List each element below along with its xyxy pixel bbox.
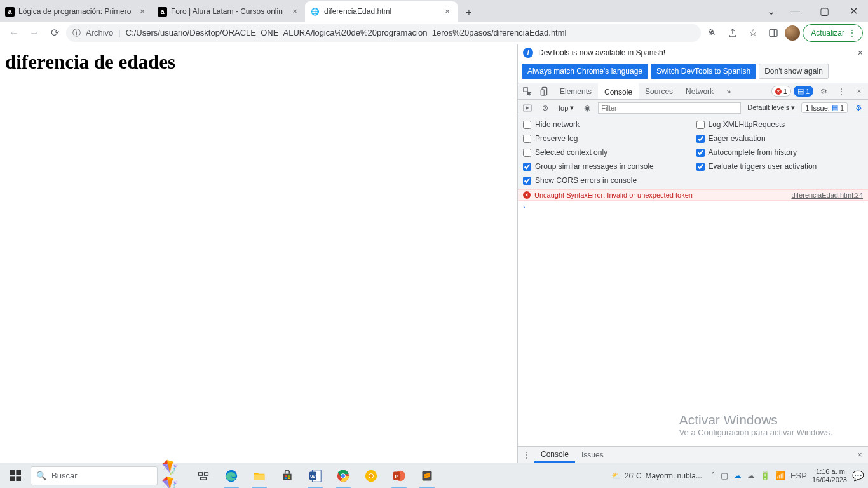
translate-icon[interactable] (703, 24, 721, 42)
more-tabs-icon[interactable]: » (720, 83, 738, 99)
onedrive-icon[interactable]: ☁ (733, 471, 742, 480)
check-hide-network[interactable]: Hide network (523, 120, 690, 129)
chevron-up-icon[interactable]: ˄ (711, 471, 715, 480)
svg-rect-19 (288, 477, 290, 479)
sublime-icon[interactable] (413, 463, 441, 489)
browser-tab-active[interactable]: 🌐 diferenciaEdad.html × (305, 1, 458, 22)
svg-rect-8 (16, 470, 21, 475)
svg-text:W: W (310, 473, 316, 479)
check-show-cors[interactable]: Show CORS errors in console (523, 176, 690, 185)
battery-icon[interactable]: 🔋 (760, 471, 770, 480)
edge-icon[interactable] (217, 463, 245, 489)
match-language-button[interactable]: Always match Chrome's language (522, 64, 648, 79)
forward-button[interactable]: → (25, 24, 43, 42)
dont-show-button[interactable]: Don't show again (759, 64, 829, 79)
close-window-button[interactable]: ✕ (839, 1, 868, 20)
meet-now-icon[interactable]: ▢ (721, 471, 728, 480)
windows-taskbar: 🔍 Buscar 🪁🪁 W P ⛅ 26°C Mayorm. nubla... … (0, 463, 868, 488)
sidebar-toggle-icon[interactable] (520, 101, 534, 115)
tab-network[interactable]: Network (679, 83, 720, 99)
message-count-badge[interactable]: ▤1 (794, 86, 813, 97)
check-eager-eval[interactable]: Eager evaluation (696, 134, 864, 143)
maximize-button[interactable]: ▢ (810, 1, 839, 20)
reload-button[interactable]: ⟳ (46, 24, 64, 42)
share-icon[interactable] (724, 24, 742, 42)
error-count-badge[interactable]: ×1 (771, 86, 791, 97)
word-icon[interactable]: W (301, 463, 329, 489)
eye-icon[interactable]: ◉ (580, 101, 594, 115)
inspect-icon[interactable] (518, 83, 536, 99)
close-icon[interactable]: × (290, 6, 300, 17)
check-selected-ctx[interactable]: Selected context only (523, 148, 690, 157)
chrome-canary-icon[interactable] (357, 463, 385, 489)
wifi-icon[interactable]: 📶 (775, 471, 785, 480)
minimize-button[interactable]: ― (780, 1, 810, 20)
bookmark-icon[interactable]: ☆ (744, 24, 762, 42)
chrome-icon[interactable] (329, 463, 357, 489)
error-text: Uncaught SyntaxError: Invalid or unexpec… (534, 191, 693, 199)
update-button[interactable]: Actualizar⋮ (803, 24, 863, 42)
tab-label: diferenciaEdad.html (324, 7, 438, 16)
back-button[interactable]: ← (5, 24, 23, 42)
drawer-tab-issues[interactable]: Issues (575, 451, 610, 459)
console-toolbar: ⊘ top▾ ◉ Default levels ▾ 1 Issue: ▤1 ⚙ (518, 100, 868, 116)
svg-rect-2 (523, 88, 527, 92)
device-icon[interactable] (536, 83, 553, 99)
chevron-down-icon[interactable]: ⌄ (761, 1, 780, 20)
console-error-row[interactable]: × Uncaught SyntaxError: Invalid or unexp… (518, 189, 868, 201)
gear-icon[interactable]: ⚙ (851, 101, 865, 115)
filter-input[interactable] (598, 102, 741, 114)
tab-sources[interactable]: Sources (639, 83, 679, 99)
close-icon[interactable]: × (137, 6, 147, 17)
store-icon[interactable] (273, 463, 301, 489)
weather-widget[interactable]: ⛅ 26°C Mayorm. nubla... (611, 471, 702, 480)
drawer-tab-console[interactable]: Console (534, 447, 575, 463)
check-preserve-log[interactable]: Preserve log (523, 134, 690, 143)
levels-select[interactable]: Default levels ▾ (745, 104, 797, 112)
browser-tab[interactable]: a Foro | Alura Latam - Cursos onlin × (153, 1, 305, 22)
svg-rect-11 (199, 472, 203, 475)
check-log-xhr[interactable]: Log XMLHttpRequests (696, 120, 864, 129)
tab-console[interactable]: Console (598, 83, 639, 99)
kebab-icon[interactable]: ⋮ (518, 451, 534, 459)
notification-icon[interactable]: 💬 (852, 470, 864, 482)
clock[interactable]: 1:16 a. m. 16/04/2023 (812, 468, 847, 484)
file-explorer-icon[interactable] (245, 463, 273, 489)
taskbar-search[interactable]: 🔍 Buscar (31, 466, 158, 485)
console-prompt[interactable]: › (518, 201, 868, 212)
cloud-icon[interactable]: ☁ (747, 471, 755, 480)
tab-elements[interactable]: Elements (553, 83, 598, 99)
issues-badge[interactable]: 1 Issue: ▤1 (801, 102, 848, 113)
check-eval-trigger[interactable]: Evaluate triggers user activation (696, 162, 864, 171)
start-button[interactable] (0, 463, 31, 489)
weather-temp: 26°C (625, 471, 642, 480)
devtools-language-notice: i DevTools is now available in Spanish! … (518, 44, 868, 61)
new-tab-button[interactable]: + (460, 4, 478, 22)
kebab-icon[interactable]: ⋮ (832, 83, 850, 99)
close-icon[interactable]: × (858, 48, 863, 58)
svg-rect-0 (770, 29, 777, 36)
svg-rect-15 (254, 474, 265, 480)
switch-language-button[interactable]: Switch DevTools to Spanish (651, 64, 756, 79)
page-heading: diferencia de edades (5, 51, 512, 74)
gear-icon[interactable]: ⚙ (815, 83, 832, 99)
powerpoint-icon[interactable]: P (385, 463, 413, 489)
close-devtools-icon[interactable]: × (850, 83, 868, 99)
check-autocomplete[interactable]: Autocomplete from history (696, 148, 864, 157)
kites-icon[interactable]: 🪁🪁 (161, 463, 189, 489)
omnibox[interactable]: ⓘ Archivo | C:/Users/usuario/Desktop/ORA… (66, 24, 701, 42)
task-view-icon[interactable] (189, 463, 217, 489)
alura-favicon: a (158, 7, 167, 17)
error-source-link[interactable]: diferenciaEdad.html:24 (791, 191, 863, 199)
profile-avatar[interactable] (785, 25, 800, 41)
close-icon[interactable]: × (851, 451, 868, 459)
url-text: C:/Users/usuario/Desktop/ORACLE_ONE_ALUR… (126, 28, 567, 37)
check-group-similar[interactable]: Group similar messages in console (523, 162, 690, 171)
console-settings: Hide network Log XMLHttpRequests Preserv… (518, 116, 868, 189)
clear-console-icon[interactable]: ⊘ (538, 101, 552, 115)
close-icon[interactable]: × (442, 6, 452, 17)
context-select[interactable]: top▾ (556, 103, 576, 112)
sidepanel-icon[interactable] (764, 24, 782, 42)
language-indicator[interactable]: ESP (790, 471, 807, 480)
browser-tab[interactable]: a Lógica de programación: Primero × (0, 1, 153, 22)
